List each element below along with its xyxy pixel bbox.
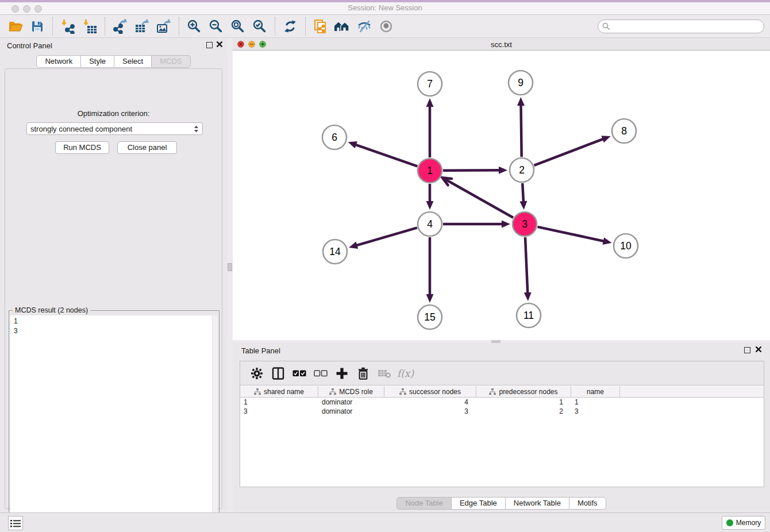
tab-motifs[interactable]: Motifs: [569, 497, 606, 510]
hide-selected-button[interactable]: [353, 16, 375, 37]
graph-node-label: 1: [427, 165, 433, 176]
deselect-all-rows-button[interactable]: [310, 363, 331, 384]
cell-successor-nodes[interactable]: 4: [384, 398, 476, 407]
unchecked-boxes-icon: [314, 370, 328, 377]
optimization-criterion-select[interactable]: strongly connected component: [26, 122, 203, 135]
save-session-button[interactable]: [26, 16, 48, 37]
vertical-splitter[interactable]: [227, 38, 233, 512]
tab-select[interactable]: Select: [114, 55, 152, 68]
float-panel-icon[interactable]: [744, 347, 750, 353]
mcds-result-text[interactable]: 1 3: [10, 315, 218, 526]
optimization-criterion-label: Optimization criterion:: [5, 109, 222, 118]
graph-edge-3-1[interactable]: [442, 178, 513, 217]
control-panel-tab-bar: Network Style Select MCDS: [0, 55, 227, 68]
delta-arrowhead: [517, 97, 525, 106]
graph-edge-1-2[interactable]: [443, 170, 500, 171]
network-canvas[interactable]: 1234678910111415: [233, 51, 770, 340]
cell-name[interactable]: 1: [571, 398, 620, 407]
delete-table-icon: [378, 368, 391, 379]
mcds-panel: Optimization criterion: strongly connect…: [5, 68, 222, 509]
cell-successor-nodes[interactable]: 3: [384, 407, 476, 416]
cell-name[interactable]: 3: [571, 407, 620, 416]
function-builder-button[interactable]: f(x): [395, 363, 416, 384]
graph-edge-1-6[interactable]: [355, 145, 417, 167]
network-graph[interactable]: 1234678910111415: [233, 51, 770, 340]
column-header-successor-nodes[interactable]: successor nodes: [384, 386, 476, 397]
tab-mcds[interactable]: MCDS: [151, 55, 190, 68]
apply-layout-button[interactable]: [279, 16, 301, 37]
table-row[interactable]: 3 dominator 3 2 3: [240, 407, 764, 416]
graph-edge-3-10[interactable]: [537, 227, 604, 241]
cell-shared-name[interactable]: 3: [240, 407, 318, 416]
cell-mcds-role[interactable]: dominator: [318, 398, 384, 407]
create-column-button[interactable]: [331, 363, 352, 384]
toolbar-separator: [275, 17, 275, 36]
tab-node-table[interactable]: Node Table: [396, 497, 452, 510]
close-panel-button[interactable]: Close panel: [117, 141, 177, 154]
delete-table-button[interactable]: [374, 363, 395, 384]
open-session-button[interactable]: [5, 16, 26, 37]
zoom-selected-button[interactable]: [249, 16, 271, 37]
column-header-shared-name[interactable]: shared name: [240, 386, 318, 397]
toolbar-separator: [52, 17, 53, 36]
search-input[interactable]: [613, 22, 757, 30]
search-icon: [602, 22, 610, 30]
import-table-icon: [82, 19, 97, 34]
graph-edge-4-14[interactable]: [356, 228, 417, 245]
network-view-titlebar[interactable]: scc.txt: [233, 38, 770, 51]
delta-arrowhead: [524, 292, 532, 301]
zoom-fit-icon: [230, 19, 245, 34]
export-image-icon: [156, 19, 171, 34]
node-table[interactable]: shared name MCDS role successor nodes pr…: [240, 386, 764, 487]
zoom-fit-button[interactable]: [227, 16, 249, 37]
table-settings-button[interactable]: [246, 363, 267, 384]
tab-network-table[interactable]: Network Table: [505, 497, 569, 510]
task-history-button[interactable]: [8, 516, 23, 530]
show-columns-button[interactable]: [267, 363, 288, 384]
delete-column-button[interactable]: [352, 363, 374, 384]
export-network-button[interactable]: [109, 16, 131, 37]
graph-edge-2-9[interactable]: [521, 105, 522, 157]
table-row[interactable]: 1 dominator 4 1 1: [240, 398, 764, 407]
zoom-in-button[interactable]: [183, 16, 205, 37]
export-network-icon: [113, 19, 128, 34]
cell-predecessor-nodes[interactable]: 1: [476, 398, 571, 407]
eye-off-icon: [357, 20, 372, 33]
new-network-from-selection-button[interactable]: [310, 16, 332, 37]
import-table-button[interactable]: [79, 16, 101, 37]
memory-button[interactable]: Memory: [722, 516, 765, 530]
column-header-mcds-role[interactable]: MCDS role: [318, 386, 384, 397]
window-top-edge: [0, 0, 770, 2]
tab-edge-table[interactable]: Edge Table: [451, 497, 506, 510]
graph-edge-2-3[interactable]: [522, 183, 523, 202]
float-panel-icon[interactable]: [206, 42, 213, 48]
export-table-button[interactable]: [131, 16, 153, 37]
new-network-from-selection-icon: [313, 19, 328, 34]
close-panel-icon[interactable]: [216, 41, 223, 48]
houses-icon: [334, 20, 351, 33]
column-header-predecessor-nodes[interactable]: predecessor nodes: [476, 386, 571, 397]
cell-mcds-role[interactable]: dominator: [318, 407, 384, 416]
window-titlebar: Session: New Session: [0, 0, 770, 15]
column-header-name[interactable]: name: [571, 386, 620, 397]
export-image-button[interactable]: [153, 16, 175, 37]
graph-node-label: 4: [427, 218, 433, 230]
tab-network[interactable]: Network: [36, 55, 81, 68]
close-panel-icon[interactable]: [755, 346, 762, 353]
cell-shared-name[interactable]: 1: [240, 398, 318, 407]
show-hidden-button[interactable]: [375, 16, 397, 37]
import-network-button[interactable]: [57, 16, 79, 37]
tab-style[interactable]: Style: [80, 55, 114, 68]
splitter-handle[interactable]: [228, 263, 232, 271]
graph-edge-2-8[interactable]: [534, 139, 603, 165]
select-all-rows-button[interactable]: [288, 363, 310, 384]
graph-edge-3-11[interactable]: [525, 237, 528, 294]
show-all-networks-button[interactable]: [332, 16, 353, 37]
run-mcds-button[interactable]: Run MCDS: [55, 141, 109, 154]
zoom-out-button[interactable]: [205, 16, 227, 37]
search-box[interactable]: [598, 20, 764, 33]
cell-predecessor-nodes[interactable]: 2: [476, 407, 571, 416]
table-toolbar: f(x): [240, 361, 764, 385]
checked-boxes-icon: [292, 370, 306, 377]
result-scrollbar[interactable]: [212, 315, 218, 526]
